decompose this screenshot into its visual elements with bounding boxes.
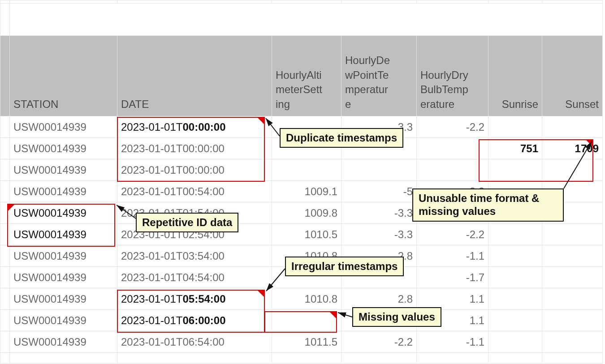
cell-station: USW00014939 [10, 224, 117, 245]
cell-date: 2023-01-01T06:00:00 [117, 310, 272, 331]
callout-irregular-timestamps: Irregular timestamps [285, 257, 404, 276]
cell-sunrise [488, 224, 542, 245]
canvas: Raw LCD file data issues STATION DATE Ho… [0, 0, 605, 364]
cell-altimeter: 1010.5 [272, 224, 341, 245]
cell-dewpoint [341, 159, 417, 181]
cell-drybulb: -1.1 [417, 245, 488, 267]
cell-station: USW00014939 [10, 138, 117, 159]
gutter-cell [117, 353, 272, 364]
gutter-cell [10, 0, 117, 4]
cell-date: 2023-01-01T06:54:00 [117, 331, 272, 353]
cell-sunrise [488, 116, 542, 138]
cell-sunset [542, 288, 603, 310]
cell-date: 2023-01-01T03:54:00 [117, 245, 272, 267]
rows-host: USW000149392023-01-01T00:00:003.3-2.2USW… [0, 116, 603, 353]
cell-altimeter: 1009.1 [272, 181, 341, 202]
cell-date: 2023-01-01T00:54:00 [117, 181, 272, 202]
gutter-cell [417, 0, 488, 4]
gutter-cell [542, 353, 603, 364]
cell-altimeter [272, 159, 341, 181]
col-header-date: DATE [117, 36, 272, 116]
gutter-cell [417, 353, 488, 364]
gutter-cell [0, 245, 10, 267]
cell-sunrise [488, 331, 542, 353]
cell-drybulb [417, 159, 488, 181]
col-header-sunset: Sunset [542, 36, 603, 116]
cell-date: 2023-01-01T05:54:00 [117, 288, 272, 310]
cell-station: USW00014939 [10, 181, 117, 202]
cell-altimeter: 1010.8 [272, 288, 341, 310]
table-row: USW000149392023-01-01T06:00:002.81.1 [0, 310, 603, 331]
spreadsheet: STATION DATE HourlyAlti meterSett ing Ho… [0, 0, 603, 364]
gutter-cell [0, 4, 10, 36]
gutter-cell [0, 0, 10, 4]
col-header-drybulb: HourlyDry BulbTemp erature [417, 36, 488, 116]
gutter-cell [0, 267, 10, 288]
table-row: USW000149392023-01-01T02:54:001010.5-3.3… [0, 224, 603, 245]
cell-station: USW00014939 [10, 310, 117, 331]
cell-drybulb: -2.2 [417, 224, 488, 245]
cell-date: 2023-01-01T04:54:00 [117, 267, 272, 288]
gutter-cell [0, 202, 10, 224]
cell-date: 2023-01-01T00:00:00 [117, 138, 272, 159]
col-header-dewpoint: HourlyDe wPointTe mperatur e [341, 36, 417, 116]
gutter-cell [0, 116, 10, 138]
cell-station: USW00014939 [10, 202, 117, 224]
gutter-cell [0, 138, 10, 159]
cell-dewpoint: -3.3 [341, 224, 417, 245]
cell-altimeter: 1009.8 [272, 202, 341, 224]
gutter-cell [0, 224, 10, 245]
grid-edge-bottom [0, 353, 603, 364]
header-row: STATION DATE HourlyAlti meterSett ing Ho… [0, 36, 603, 116]
cell-dewpoint: 2.8 [341, 288, 417, 310]
cell-sunset [542, 116, 603, 138]
grid-edge-top [0, 0, 603, 4]
cell-altimeter: 1011.5 [272, 331, 341, 353]
gutter-cell [0, 288, 10, 310]
cell-drybulb: -1.7 [417, 267, 488, 288]
gutter-cell [0, 353, 10, 364]
cell-sunset [542, 267, 603, 288]
cell-sunset [542, 310, 603, 331]
col-header-station: STATION [10, 36, 117, 116]
gutter-cell [117, 0, 272, 4]
cell-station: USW00014939 [10, 116, 117, 138]
cell-drybulb [417, 138, 488, 159]
gutter-cell [0, 36, 10, 116]
table-row: USW000149392023-01-01T00:00:00 [0, 159, 603, 181]
gutter-cell [0, 159, 10, 181]
gutter-cell [542, 0, 603, 4]
callout-repetitive-id: Repetitive ID data [136, 213, 238, 232]
cell-station: USW00014939 [10, 288, 117, 310]
gutter-cell [10, 353, 117, 364]
gutter-cell [272, 353, 341, 364]
gutter-cell [0, 331, 10, 353]
cell-sunrise [488, 288, 542, 310]
cell-station: USW00014939 [10, 331, 117, 353]
gutter-cell [488, 353, 542, 364]
cell-station: USW00014939 [10, 245, 117, 267]
cell-station: USW00014939 [10, 159, 117, 181]
callout-unusable-time: Unusable time format & missing values [412, 188, 564, 222]
callout-duplicate-timestamps: Duplicate timestamps [280, 128, 403, 148]
cell-sunset [542, 245, 603, 267]
cell-dewpoint: -3.3 [341, 202, 417, 224]
cell-sunrise [488, 159, 542, 181]
gutter-cell [341, 353, 417, 364]
cell-sunset [542, 159, 603, 181]
cell-altimeter [272, 310, 341, 331]
cell-sunrise [488, 267, 542, 288]
cell-drybulb: 1.1 [417, 288, 488, 310]
table-row: USW000149392023-01-01T05:54:001010.82.81… [0, 288, 603, 310]
cell-drybulb: -2.2 [417, 116, 488, 138]
gutter-cell [0, 310, 10, 331]
cell-station: USW00014939 [10, 267, 117, 288]
gutter-cell [0, 181, 10, 202]
gutter-cell [272, 0, 341, 4]
cell-date: 2023-01-01T00:00:00 [117, 159, 272, 181]
cell-dewpoint: -5 [341, 181, 417, 202]
title-cell [10, 4, 603, 36]
cell-sunset [542, 224, 603, 245]
cell-sunset [542, 331, 603, 353]
col-header-sunrise: Sunrise [488, 36, 542, 116]
